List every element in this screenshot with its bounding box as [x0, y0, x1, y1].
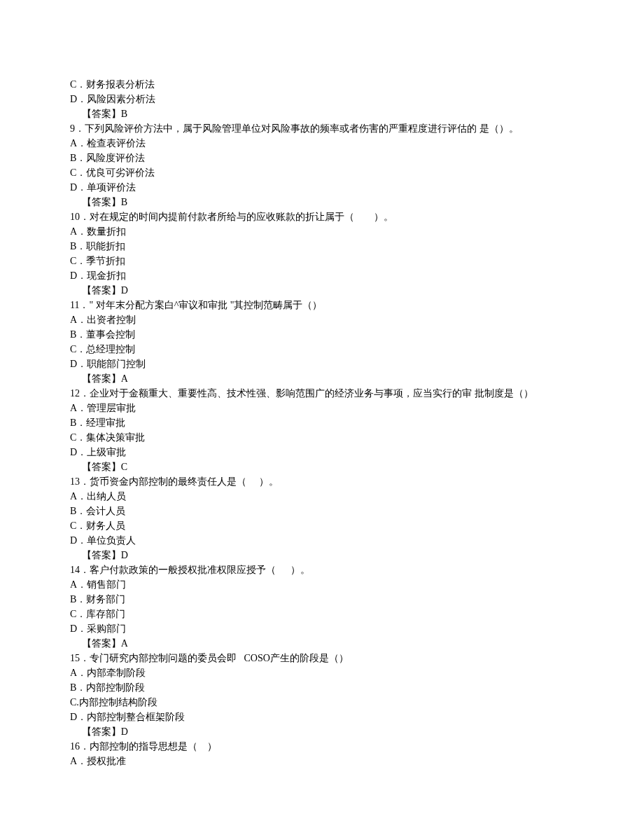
- text-line: 【答案】B: [70, 106, 574, 121]
- text-line: B．财务部门: [70, 592, 574, 607]
- text-line: 【答案】D: [70, 724, 574, 739]
- text-line: 12．企业对于金额重大、重要性高、技术性强、影响范围广的经济业务与事项，应当实行…: [70, 386, 574, 401]
- text-line: 【答案】A: [70, 636, 574, 651]
- text-line: C．财务报表分析法: [70, 77, 574, 92]
- text-line: D．风险因素分析法: [70, 92, 574, 106]
- text-line: D．上级审批: [70, 445, 574, 460]
- text-line: 【答案】D: [70, 548, 574, 563]
- text-line: 11．" 对年末分配方案白^审议和审批 "其控制范畴属于（）: [70, 298, 574, 312]
- text-line: 9．下列风险评价方法中，属于风险管理单位对风险事故的频率或者伤害的严重程度进行评…: [70, 121, 574, 136]
- text-line: A．出资者控制: [70, 312, 574, 327]
- text-line: B．风险度评价法: [70, 151, 574, 165]
- text-line: 15．专门研究内部控制问题的委员会即 COSO产生的阶段是（）: [70, 651, 574, 665]
- text-line: D．单位负责人: [70, 533, 574, 548]
- text-line: C．总经理控制: [70, 342, 574, 357]
- document-content: C．财务报表分析法D．风险因素分析法【答案】B9．下列风险评价方法中，属于风险管…: [70, 77, 574, 768]
- text-line: 【答案】B: [70, 195, 574, 209]
- text-line: A．数量折扣: [70, 224, 574, 239]
- text-line: C．季节折扣: [70, 254, 574, 268]
- text-line: C.内部控制结构阶段: [70, 695, 574, 710]
- text-line: C．财务人员: [70, 518, 574, 533]
- text-line: B．经理审批: [70, 415, 574, 430]
- text-line: 【答案】C: [70, 460, 574, 474]
- text-line: 【答案】D: [70, 283, 574, 298]
- text-line: B．内部控制阶段: [70, 680, 574, 695]
- text-line: D．采购部门: [70, 621, 574, 636]
- text-line: D．单项评价法: [70, 180, 574, 195]
- text-line: 13．货币资金内部控制的最终责任人是（ ）。: [70, 474, 574, 489]
- text-line: B．董事会控制: [70, 327, 574, 342]
- text-line: B．会计人员: [70, 504, 574, 518]
- text-line: 14．客户付款政策的一般授权批准权限应授予（ ）。: [70, 563, 574, 577]
- text-line: C．集体决策审批: [70, 430, 574, 445]
- text-line: D．职能部门控制: [70, 357, 574, 371]
- text-line: A．出纳人员: [70, 489, 574, 504]
- text-line: B．职能折扣: [70, 239, 574, 254]
- text-line: C．库存部门: [70, 607, 574, 621]
- text-line: D．现金折扣: [70, 268, 574, 283]
- text-line: C．优良可劣评价法: [70, 165, 574, 180]
- text-line: 16．内部控制的指导思想是（ ）: [70, 739, 574, 754]
- text-line: 10．对在规定的时间内提前付款者所给与的应收账款的折让属于（ ）。: [70, 209, 574, 224]
- text-line: A．授权批准: [70, 754, 574, 768]
- text-line: A．内部牵制阶段: [70, 665, 574, 680]
- text-line: A．管理层审批: [70, 401, 574, 415]
- text-line: D．内部控制整合框架阶段: [70, 710, 574, 724]
- text-line: A．检查表评价法: [70, 136, 574, 151]
- text-line: 【答案】A: [70, 371, 574, 386]
- text-line: A．销售部门: [70, 577, 574, 592]
